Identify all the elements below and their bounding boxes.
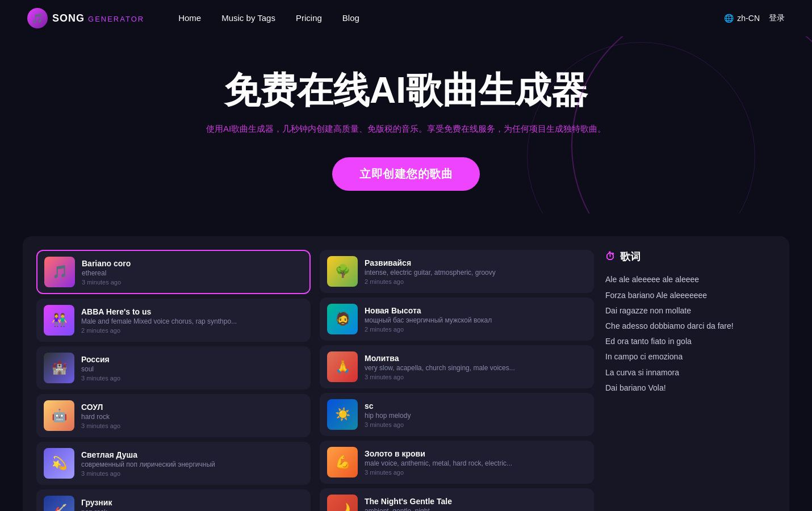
song-card[interactable]: 🤖 СОУЛ hard rock 3 minutes ago — [36, 394, 311, 437]
nav-right: 🌐 zh-CN 登录 — [724, 13, 785, 23]
song-card[interactable]: 💫 Светлая Душа современный поп лирически… — [36, 442, 311, 485]
lyrics-header: ⏱ 歌词 — [605, 250, 776, 263]
song-info: Молитва very slow, acapella, church sing… — [365, 354, 587, 380]
song-info: Развивайся intense, electric guitar, atm… — [365, 258, 587, 285]
song-tags: современный поп лирический энергичный — [81, 460, 303, 468]
song-info: ABBA Here's to us Male and female Mixed … — [81, 307, 303, 334]
song-tags: hip hop melody — [365, 412, 587, 420]
song-tags: male voice, anthemic, metal, hard rock, … — [365, 459, 587, 467]
song-card[interactable]: 🏰 Россия soul 3 minutes ago — [36, 346, 311, 389]
lyrics-text: Ale ale aleeeee ale aleeeeForza bariano … — [605, 273, 776, 395]
lyrics-line: Forza bariano Ale aleeeeeee — [605, 288, 776, 303]
song-card[interactable]: 🙏 Молитва very slow, acapella, church si… — [320, 345, 594, 388]
lyrics-line: In campo ci emoziona — [605, 350, 776, 364]
song-tags: мощный бас энергичный мужской вокал — [365, 316, 587, 324]
lyrics-line: Dai bariano Vola! — [605, 381, 776, 395]
song-card[interactable]: 💪 Золото в крови male voice, anthemic, m… — [320, 441, 594, 484]
lyrics-panel: ⏱ 歌词 Ale ale aleeeee ale aleeeeForza bar… — [605, 250, 776, 511]
logo-text: SONG GENERATOR — [52, 12, 144, 24]
song-thumbnail: 🎵 — [44, 257, 75, 287]
lyrics-title: 歌词 — [620, 250, 641, 263]
lyrics-line: Che adesso dobbiamo darci da fare! — [605, 319, 776, 333]
song-tags: pop rock — [81, 508, 303, 511]
logo[interactable]: 🎵 SONG GENERATOR — [27, 8, 144, 28]
song-info: Светлая Душа современный поп лирический … — [81, 450, 303, 477]
song-tags: hard rock — [81, 413, 303, 421]
song-title: Молитва — [365, 354, 587, 363]
song-title: Россия — [81, 355, 303, 364]
song-thumbnail: 👫 — [44, 305, 74, 336]
songs-left-column: 🎵 Bariano coro ethereal 3 minutes ago 👫 … — [36, 250, 311, 511]
lyrics-line: La curva si innamora — [605, 366, 776, 380]
songs-right-column: 🌳 Развивайся intense, electric guitar, a… — [320, 250, 594, 511]
song-tags: very slow, acapella, church singing, mal… — [365, 364, 587, 372]
song-thumbnail: 💪 — [327, 447, 358, 478]
lyrics-line: Dai ragazze non mollate — [605, 304, 776, 318]
song-time: 3 minutes ago — [81, 422, 303, 429]
song-time: 3 minutes ago — [365, 421, 587, 428]
song-title: Bariano coro — [82, 259, 303, 268]
song-thumbnail: 🤖 — [44, 400, 74, 431]
song-tags: Male and female Mixed voice chorus, rap … — [81, 317, 303, 325]
song-card[interactable]: 🌳 Развивайся intense, electric guitar, a… — [320, 250, 594, 293]
song-thumbnail: 🌳 — [327, 256, 358, 287]
song-info: Золото в крови male voice, anthemic, met… — [365, 449, 587, 476]
song-time: 2 minutes ago — [365, 326, 587, 333]
lang-icon: 🌐 — [724, 14, 734, 23]
song-card[interactable]: 🌙 The Night's Gentle Tale ambient, gentl… — [320, 488, 594, 511]
song-thumbnail: 🙏 — [327, 351, 358, 382]
lyrics-line: Ed ora tanto fiato in gola — [605, 334, 776, 349]
song-info: sc hip hop melody 3 minutes ago — [365, 401, 587, 428]
nav-links: Home Music by Tags Pricing Blog — [178, 13, 359, 23]
song-info: Bariano coro ethereal 3 minutes ago — [82, 259, 303, 286]
song-thumbnail: 🏰 — [44, 353, 74, 383]
logo-icon: 🎵 — [27, 8, 48, 28]
songs-columns: 🎵 Bariano coro ethereal 3 minutes ago 👫 … — [36, 250, 594, 511]
song-thumbnail: 🎸 — [44, 496, 74, 511]
song-time: 3 minutes ago — [81, 375, 303, 382]
song-info: Грузник pop rock 3 minutes ago — [81, 498, 303, 511]
nav-pricing[interactable]: Pricing — [296, 13, 322, 23]
content-section: 🎵 Bariano coro ethereal 3 minutes ago 👫 … — [23, 236, 789, 511]
nav-home[interactable]: Home — [178, 13, 201, 23]
hero-section: 免费在线AI歌曲生成器 使用AI歌曲生成器，几秒钟内创建高质量、免版税的音乐。享… — [0, 36, 812, 213]
song-time: 3 minutes ago — [81, 470, 303, 477]
song-title: Грузник — [81, 498, 303, 507]
song-time: 2 minutes ago — [81, 327, 303, 334]
song-title: Новая Высота — [365, 306, 587, 315]
song-title: Развивайся — [365, 258, 587, 267]
song-thumbnail: 🧔 — [327, 304, 358, 334]
song-card[interactable]: 👫 ABBA Here's to us Male and female Mixe… — [36, 299, 311, 342]
lyrics-icon: ⏱ — [605, 251, 616, 263]
song-tags: ambient, gentle, night — [365, 507, 587, 511]
song-thumbnail: 💫 — [44, 448, 74, 479]
cta-button[interactable]: 立即创建您的歌曲 — [332, 157, 480, 191]
song-thumbnail: 🌙 — [327, 495, 358, 511]
song-title: ABBA Here's to us — [81, 307, 303, 316]
song-title: The Night's Gentle Tale — [365, 497, 587, 506]
song-title: Светлая Душа — [81, 450, 303, 459]
song-title: Золото в крови — [365, 449, 587, 458]
song-info: Новая Высота мощный бас энергичный мужск… — [365, 306, 587, 333]
song-time: 3 minutes ago — [365, 374, 587, 380]
language-selector[interactable]: 🌐 zh-CN — [724, 14, 760, 23]
song-info: The Night's Gentle Tale ambient, gentle,… — [365, 497, 587, 511]
song-tags: soul — [81, 365, 303, 373]
song-title: СОУЛ — [81, 403, 303, 412]
hero-title: 免费在线AI歌曲生成器 — [11, 70, 801, 110]
song-tags: intense, electric guitar, atmospheric, g… — [365, 269, 587, 277]
song-info: Россия soul 3 minutes ago — [81, 355, 303, 382]
song-info: СОУЛ hard rock 3 minutes ago — [81, 403, 303, 429]
song-time: 3 minutes ago — [82, 279, 303, 286]
song-time: 3 minutes ago — [365, 469, 587, 476]
lyrics-line: Ale ale aleeeee ale aleeee — [605, 273, 776, 287]
login-button[interactable]: 登录 — [769, 13, 785, 23]
nav-blog[interactable]: Blog — [342, 13, 359, 23]
song-card[interactable]: 🎵 Bariano coro ethereal 3 minutes ago — [36, 250, 311, 294]
song-card[interactable]: ☀️ sc hip hop melody 3 minutes ago — [320, 393, 594, 436]
song-card[interactable]: 🎸 Грузник pop rock 3 minutes ago — [36, 489, 311, 511]
song-time: 2 minutes ago — [365, 278, 587, 285]
song-card[interactable]: 🧔 Новая Высота мощный бас энергичный муж… — [320, 298, 594, 341]
nav-music-by-tags[interactable]: Music by Tags — [221, 13, 275, 23]
song-tags: ethereal — [82, 269, 303, 277]
